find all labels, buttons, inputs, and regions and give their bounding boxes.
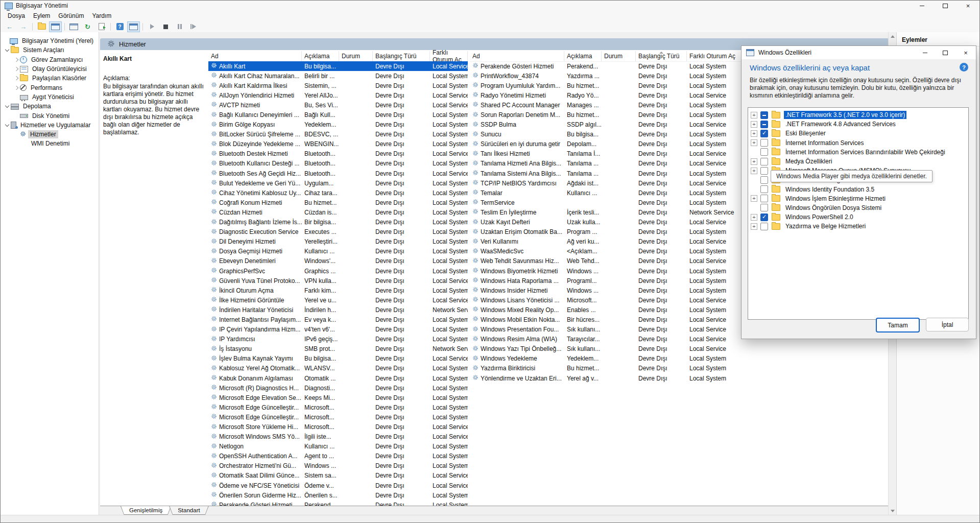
service-row[interactable]: Otomatik Saat Dilimi Günce...Sistem sa..… [208, 471, 468, 481]
feature-checkbox-unchecked[interactable] [760, 195, 768, 202]
stop-service-icon[interactable] [159, 21, 172, 32]
tree-item-payla-lan-klas-rler[interactable]: Paylaşılan Klasörler [1, 74, 99, 83]
help-icon[interactable]: ? [960, 63, 968, 72]
column-header-durum[interactable]: Durum [339, 51, 373, 61]
feature-row-eski-bile-enler[interactable]: +Eski Bileşenler [748, 129, 968, 138]
column-header-a-klama[interactable]: Açıklama [302, 51, 339, 61]
service-row[interactable]: Microsoft Store Yükleme Hi...Microsoft..… [208, 422, 468, 432]
feature-row-windows-ng-r-len-dosya-sistemi[interactable]: Windows Öngörülen Dosya Sistemi [748, 203, 968, 212]
tree-item-bilgisayar-y-netimi-yerel[interactable]: Bilgisayar Yönetimi (Yerel) [1, 36, 99, 45]
tab-geni-letilmi[interactable]: Genişletilmiş [121, 506, 171, 515]
column-header-ad[interactable]: Ad [470, 51, 564, 61]
service-row[interactable]: Yazdırma BiriktiricisiBu hizmet...Devre … [470, 364, 888, 373]
dialog-close-button[interactable]: × [955, 46, 976, 59]
service-row[interactable]: Coğrafi Konum HizmetiBu hizmet...Devre D… [208, 198, 468, 207]
minimize-button[interactable] [911, 1, 934, 11]
service-row[interactable]: Microsoft Edge Güncelleştir...Microsoft.… [208, 402, 468, 412]
refresh-icon[interactable]: ↻ [81, 21, 94, 32]
service-row[interactable]: Windows YedeklemeYedeklem...Devre DışıLo… [470, 354, 888, 364]
show-hide-console-tree-icon[interactable] [49, 21, 62, 32]
service-row[interactable]: Dağıtılmış Bağlantı İzleme İs...Bir bilg… [208, 218, 468, 227]
feature-row-net-framework-3-5-net-2-0-ve-3-0-i-erir[interactable]: +.NET Framework 3.5 (.NET 2.0 ve 3.0 içe… [748, 110, 968, 120]
menu-yard-m[interactable]: Yardım [88, 11, 115, 20]
expand-plus-icon[interactable]: + [751, 223, 757, 230]
ok-button[interactable]: Tamam [876, 318, 920, 332]
feature-row-net-framework-4-8-advanced-services[interactable]: +.NET Framework 4.8 Advanced Services [748, 120, 968, 129]
chevron-down-icon[interactable] [4, 46, 11, 54]
feature-checkbox-mixed[interactable] [760, 111, 768, 119]
expand-plus-icon[interactable]: + [751, 158, 757, 165]
service-row[interactable]: Cihaz Yönetimi Kablosuz Uy...Cihaz tara.… [208, 188, 468, 198]
service-row[interactable]: Ebeveyn DenetimleriWindows'...Devre Dışı… [208, 256, 468, 266]
tree-item-hizmetler[interactable]: Hizmetler [1, 130, 99, 139]
column-header-ba-lang-t-r[interactable]: Başlangıç Türü [636, 51, 687, 61]
feature-row-yazd-rma-ve-belge-hizmetleri[interactable]: +Yazdırma ve Belge Hizmetleri [748, 222, 968, 231]
help-icon[interactable]: ? [113, 21, 126, 32]
service-row[interactable]: Bulut Yedekleme ve Geri Yü...Uygulam...D… [208, 178, 468, 188]
menu-eylem[interactable]: Eylem [29, 11, 54, 20]
feature-checkbox-unchecked[interactable] [760, 223, 768, 230]
service-row[interactable]: NetlogonKullanıcı ...Devre DışıLocal Sys… [208, 442, 468, 451]
service-row[interactable]: İşlev Bulma Kaynak YayımıBu bilgisa...De… [208, 354, 468, 364]
chevron-down-icon[interactable] [4, 103, 11, 110]
service-row[interactable]: Yönlendirme ve Uzaktan Eri...Yerel ağ v.… [470, 373, 888, 383]
service-row[interactable]: Akıllı Kart Cihaz Numaralan...Belirli bi… [208, 71, 468, 81]
service-row[interactable]: Kabuk Donanım AlgılamasıOtomatik ...Devr… [208, 373, 468, 383]
tree-item-g-rev-zamanlay-c[interactable]: Görev Zamanlayıcı [1, 55, 99, 64]
column-header-durum[interactable]: Durum [602, 51, 636, 61]
service-row[interactable]: Akıllı KartBu bilgisa...Devre DışıLocal … [208, 61, 468, 71]
chevron-right-icon[interactable] [13, 65, 20, 73]
feature-row-medya-zellikleri[interactable]: +Medya Özellikleri [748, 157, 968, 166]
feature-row-i-nternet-information-services-bar-nd-r-labilir-web-ekirde-i[interactable]: İnternet Information Services Barındırıl… [748, 148, 968, 157]
expand-plus-icon[interactable]: + [751, 214, 757, 221]
service-row[interactable]: Microsoft Edge Güncelleştir...Microsoft.… [208, 412, 468, 422]
feature-row-windows-powershell-2-0[interactable]: +Windows PowerShell 2.0 [748, 212, 968, 222]
cancel-button[interactable]: İptal [926, 318, 969, 331]
feature-checkbox-unchecked[interactable] [760, 185, 768, 193]
feature-checkbox-unchecked[interactable] [760, 204, 768, 211]
service-row[interactable]: Bluetooth Destek HizmetiBluetooth...Devr… [208, 149, 468, 159]
chevron-right-icon[interactable] [13, 84, 20, 91]
restart-service-icon[interactable] [187, 21, 200, 32]
service-row[interactable]: Bağlı Kullanıcı Deneyimleri ...Bağlı Kul… [208, 110, 468, 120]
scroll-down-icon[interactable] [891, 510, 895, 512]
service-row[interactable]: Önerilen Sorun Giderme Hiz...Önerilen s.… [208, 490, 468, 500]
feature-checkbox-unchecked[interactable] [760, 167, 768, 175]
feature-checkbox-unchecked[interactable] [760, 139, 768, 147]
tree-item-disk-y-netimi[interactable]: Disk Yönetimi [1, 111, 99, 120]
expand-plus-icon[interactable]: + [751, 195, 757, 202]
service-row[interactable]: OpenSSH Authentication A...Agent to ...D… [208, 451, 468, 461]
feature-checkbox-unchecked[interactable] [760, 158, 768, 165]
service-row[interactable]: BitLocker Sürücü Şifreleme ...BDESVC, ..… [208, 130, 468, 139]
expand-plus-icon[interactable]: + [751, 121, 757, 128]
feature-checkbox-unchecked[interactable] [760, 148, 768, 156]
service-row[interactable]: Microsoft (R) Diagnostics H...Diagnosti.… [208, 383, 468, 393]
export-list-icon[interactable] [95, 21, 108, 32]
service-row[interactable]: Ödeme ve NFC/SE YöneticisiÖdeme v...Devr… [208, 481, 468, 490]
service-row[interactable]: Bluetooth Ses Ağ Geçidi Hiz...Bluetooth.… [208, 169, 468, 178]
feature-row-i-nternet-information-services[interactable]: +İnternet Information Services [748, 138, 968, 148]
service-row[interactable]: GraphicsPerfSvcGraphics ...Devre DışıLoc… [208, 266, 468, 276]
feature-checkbox-mixed[interactable] [760, 121, 768, 128]
column-header-ba-lang-t-r[interactable]: Başlangıç Türü [373, 51, 430, 61]
feature-row-windows-identity-foundation-3-5[interactable]: Windows Identity Foundation 3.5 [748, 185, 968, 194]
column-header-ad[interactable]: Ad [208, 51, 302, 61]
expand-plus-icon[interactable]: + [751, 130, 757, 137]
service-row[interactable]: İlke Hizmetini GörüntüleYerel ve u...Dev… [208, 295, 468, 305]
feature-checkbox-checked[interactable] [760, 213, 768, 221]
feature-row-windows-i-lem-etkinle-tirme-hizmeti[interactable]: +Windows İşlem Etkinleştirme Hizmeti [748, 194, 968, 203]
service-row[interactable]: İndirilen Haritalar Yöneticisiİndirilen … [208, 305, 468, 315]
feature-checkbox-unchecked[interactable] [760, 176, 768, 184]
tree-item-wmi-denetimi[interactable]: WMI Denetimi [1, 139, 99, 148]
service-row[interactable]: Bluetooth Kullanıcı Desteği ...Bluetooth… [208, 159, 468, 169]
service-row[interactable]: IP Çeviri Yapılandırma Hizm...v4'ten v6'… [208, 325, 468, 335]
service-row[interactable]: Internet Bağlantısı Paylaşım...Ev veya k… [208, 315, 468, 324]
service-row[interactable]: IP YardımcısıIPv6 geçiş...Devre DışıLoca… [208, 335, 468, 344]
service-row[interactable]: Birim Gölge KopyasıYedeklem...Devre Dışı… [208, 120, 468, 130]
back-arrow-icon[interactable]: ← [3, 21, 16, 32]
tree-item-performans[interactable]: Performans [1, 83, 99, 92]
dialog-minimize-button[interactable] [915, 46, 935, 59]
service-row[interactable]: Microsoft Windows SMS Yö...İlgili iste..… [208, 432, 468, 442]
service-row[interactable]: Güvenli Yuva Tünel Protoko...VPN kulla..… [208, 276, 468, 286]
scroll-up-icon[interactable] [891, 35, 895, 38]
